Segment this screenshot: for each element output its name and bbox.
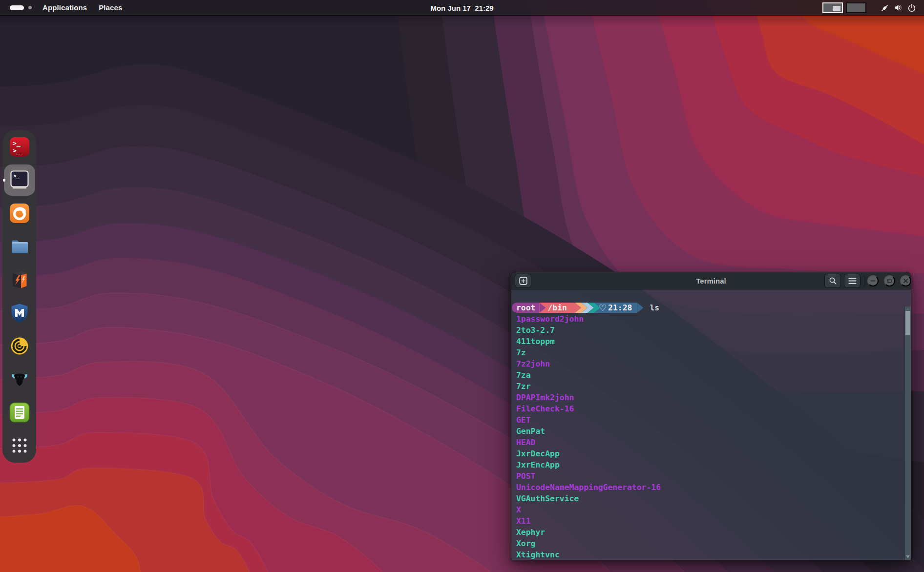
- new-tab-button[interactable]: [515, 274, 531, 288]
- workspace-window-preview: [833, 6, 840, 11]
- svg-text:>_: >_: [13, 147, 21, 155]
- network-icon[interactable]: [880, 3, 889, 12]
- workspace-switcher: [822, 2, 866, 13]
- file-entry[interactable]: JxrEncApp: [516, 459, 904, 470]
- svg-text:>_: >_: [13, 173, 20, 179]
- titlebar-separator: [864, 275, 864, 286]
- dock-item-files[interactable]: [9, 236, 30, 257]
- terminal-content[interactable]: root /bin ♡21:28 ls 1password2john2to3-2…: [511, 289, 911, 560]
- dock-item-cherrytree[interactable]: [9, 402, 30, 423]
- dock: >_>_ >_: [2, 130, 36, 463]
- workspace-pill-active: [10, 5, 24, 10]
- file-entry[interactable]: 411toppm: [516, 336, 904, 347]
- typed-command: ls: [650, 302, 659, 313]
- file-entry[interactable]: Xtightvnc: [516, 549, 904, 560]
- prompt-arrow-end: [637, 303, 643, 313]
- dock-item-burpsuite[interactable]: [9, 269, 30, 290]
- file-listing: 1password2john2to3-2.7411toppm7z7z2john7…: [516, 313, 904, 560]
- panel-status-area: [822, 0, 916, 16]
- file-entry[interactable]: VGAuthService: [516, 493, 904, 504]
- panel-menus: Applications Places: [37, 0, 128, 16]
- close-button[interactable]: [900, 275, 911, 286]
- prompt-line: root /bin ♡21:28 ls: [516, 302, 904, 313]
- dock-item-beef[interactable]: [9, 369, 30, 389]
- file-entry[interactable]: Xorg: [516, 538, 904, 549]
- search-button[interactable]: [824, 274, 841, 288]
- menu-places[interactable]: Places: [93, 0, 128, 16]
- terminal-window: Terminal root /bin ♡21:28 ls: [511, 272, 911, 560]
- running-indicator-dot: [3, 179, 6, 182]
- panel-shadow: [0, 16, 924, 27]
- file-entry[interactable]: JxrDecApp: [516, 448, 904, 459]
- file-entry[interactable]: 7zr: [516, 381, 904, 392]
- prompt-user-segment: root: [512, 303, 539, 313]
- dock-item-firefox[interactable]: [9, 203, 30, 224]
- file-entry[interactable]: HEAD: [516, 437, 904, 448]
- prompt-chevron-user: [539, 303, 546, 313]
- file-entry[interactable]: FileCheck-16: [516, 403, 904, 414]
- file-entry[interactable]: 7z2john: [516, 358, 904, 369]
- file-entry[interactable]: Xephyr: [516, 527, 904, 538]
- top-panel: Applications Places Mon Jun 17 21:29: [0, 0, 924, 16]
- file-entry[interactable]: 7z: [516, 347, 904, 358]
- power-icon[interactable]: [907, 3, 916, 12]
- menu-applications[interactable]: Applications: [37, 0, 93, 16]
- file-entry[interactable]: GenPat: [516, 426, 904, 437]
- menu-button[interactable]: [844, 274, 861, 288]
- workspace-thumb-2[interactable]: [846, 2, 866, 13]
- volume-icon[interactable]: [894, 3, 903, 12]
- terminal-text-area: root /bin ♡21:28 ls 1password2john2to3-2…: [511, 289, 904, 560]
- prompt-path-segment: /bin: [539, 303, 571, 313]
- workspace-dot-inactive: [28, 6, 32, 9]
- clock[interactable]: Mon Jun 17 21:29: [430, 0, 493, 16]
- window-title: Terminal: [696, 272, 726, 289]
- dock-item-faraday[interactable]: [9, 336, 30, 356]
- file-entry[interactable]: DPAPImk2john: [516, 392, 904, 403]
- maximize-button[interactable]: [884, 275, 895, 286]
- minimize-button[interactable]: [867, 275, 879, 286]
- prompt-chevron-stack: [572, 303, 600, 313]
- prompt-time-segment: ♡21:28: [594, 303, 637, 313]
- file-entry[interactable]: GET: [516, 414, 904, 426]
- scrollbar-thumb[interactable]: [905, 311, 910, 335]
- dock-item-metasploit[interactable]: [9, 303, 30, 323]
- dock-item-app-grid[interactable]: [9, 435, 30, 456]
- dock-item-terminal[interactable]: >_: [9, 170, 30, 190]
- workspace-thumb-1[interactable]: [822, 2, 843, 13]
- workspace-indicator[interactable]: [8, 0, 34, 16]
- file-entry[interactable]: X11: [516, 515, 904, 527]
- file-entry[interactable]: 2to3-2.7: [516, 325, 904, 336]
- scroll-down-arrow[interactable]: [905, 554, 911, 559]
- svg-text:>_: >_: [13, 140, 21, 147]
- file-entry[interactable]: POST: [516, 470, 904, 482]
- file-entry[interactable]: 1password2john: [516, 313, 904, 325]
- file-entry[interactable]: X: [516, 504, 904, 515]
- dock-item-kali-root-terminal[interactable]: >_>_: [9, 137, 30, 157]
- scroll-up-arrow[interactable]: [905, 307, 911, 311]
- file-entry[interactable]: 7za: [516, 369, 904, 381]
- scrollbar[interactable]: [904, 306, 911, 560]
- titlebar[interactable]: Terminal: [511, 272, 911, 289]
- file-entry[interactable]: UnicodeNameMappingGenerator-16: [516, 482, 904, 493]
